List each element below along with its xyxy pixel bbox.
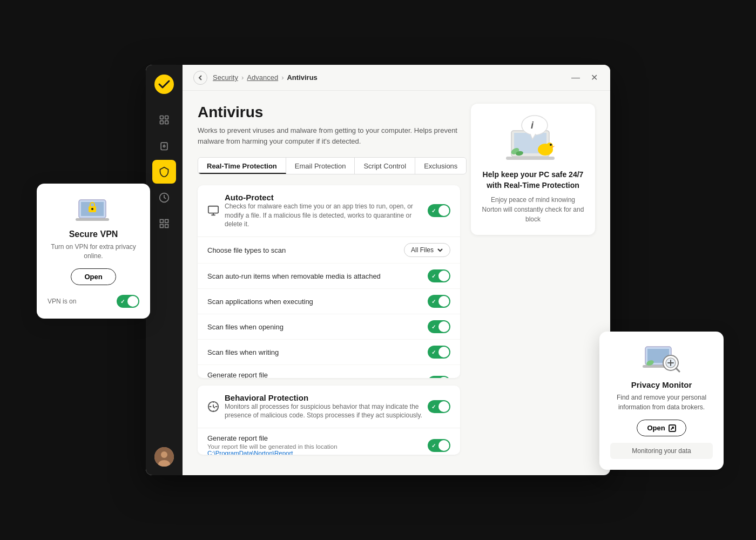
title-bar: Security › Advanced › Antivirus — ✕ (183, 65, 610, 91)
scan-writing-toggle[interactable]: ✓ (428, 346, 450, 359)
page-title: Antivirus (198, 104, 460, 121)
behavioral-toggle[interactable]: ✓ (428, 400, 450, 413)
scan-autorun-toggle[interactable]: ✓ (428, 269, 450, 282)
report-file-label: Generate report file (207, 371, 428, 378)
tab-script-control[interactable]: Script Control (355, 158, 415, 174)
breadcrumb-security[interactable]: Security (213, 73, 238, 82)
privacy-desc: Find and remove your personal informatio… (610, 393, 713, 412)
auto-protect-text: Auto-Protect Checks for malware each tim… (225, 193, 428, 229)
avatar-image (154, 447, 174, 467)
svg-point-6 (163, 145, 165, 147)
left-panel: Antivirus Works to prevent viruses and m… (198, 104, 460, 462)
scan-autorun-row: Scan auto-run items when removable media… (198, 264, 460, 289)
svg-point-21 (522, 116, 548, 135)
privacy-icon (643, 342, 680, 375)
scan-opening-label: Scan files when opening (207, 323, 284, 331)
main-content: Security › Advanced › Antivirus — ✕ Anti… (183, 65, 610, 475)
auto-protect-title: Auto-Protect (225, 193, 428, 202)
svg-point-25 (550, 144, 552, 146)
auto-protect-desc: Checks for malware each time you or an a… (225, 202, 428, 229)
minimize-button[interactable]: — (570, 72, 581, 83)
vpn-toggle[interactable]: ✓ (117, 295, 139, 308)
auto-protect-icon (207, 205, 219, 217)
svg-rect-4 (165, 121, 168, 124)
sidebar-item-more[interactable] (152, 212, 176, 235)
behavioral-report-link[interactable]: C:\ProgramData\Norton\Report (207, 450, 428, 455)
behavioral-desc: Monitors all processes for suspicious be… (225, 402, 428, 421)
report-file-left: Generate report file Your report file wi… (207, 371, 428, 378)
back-button[interactable] (193, 71, 207, 85)
auto-protect-section: Auto-Protect Checks for malware each tim… (198, 185, 460, 378)
behavioral-header-left: Behavioral Protection Monitors all proce… (207, 393, 428, 421)
behavioral-report-row: Generate report file Your report file wi… (198, 428, 460, 455)
vpn-icon (75, 194, 112, 224)
user-avatar[interactable] (154, 447, 174, 467)
vpn-title: Secure VPN (69, 230, 118, 239)
scan-writing-row: Scan files when writing ✓ (198, 340, 460, 365)
svg-rect-2 (165, 116, 168, 119)
behavioral-title: Behavioral Protection (225, 393, 428, 402)
vpn-status-row: VPN is on ✓ (48, 295, 139, 308)
vpn-desc: Turn on VPN for extra privacy online. (48, 242, 139, 261)
scan-opening-toggle[interactable]: ✓ (428, 320, 450, 333)
scan-apps-row: Scan applications when executing ✓ (198, 289, 460, 314)
close-button[interactable]: ✕ (589, 72, 599, 83)
vpn-open-button[interactable]: Open (71, 268, 116, 285)
svg-rect-10 (165, 220, 168, 223)
right-panel: i Help keep your PC safe (471, 104, 595, 462)
file-types-value: All Files (411, 246, 434, 254)
promo-card: i Help keep your PC safe (471, 104, 595, 235)
breadcrumb-advanced[interactable]: Advanced (247, 73, 278, 82)
behavioral-header: Behavioral Protection Monitors all proce… (198, 386, 460, 429)
svg-rect-5 (161, 143, 167, 150)
report-file-toggle[interactable]: ✓ (428, 376, 450, 378)
behavioral-report-left: Generate report file Your report file wi… (207, 434, 428, 455)
svg-rect-11 (160, 225, 164, 228)
svg-point-24 (546, 143, 553, 149)
sidebar-item-vault[interactable] (152, 134, 176, 158)
promo-title: Help keep your PC safe 24/7 with Real-Ti… (482, 170, 584, 191)
behavioral-section: Behavioral Protection Monitors all proce… (198, 386, 460, 455)
svg-line-38 (676, 368, 679, 372)
sidebar-item-dashboard[interactable] (152, 108, 176, 132)
breadcrumb-sep-2: › (281, 73, 284, 82)
behavioral-text: Behavioral Protection Monitors all proce… (225, 393, 428, 421)
sidebar-item-performance[interactable] (152, 186, 176, 210)
tab-real-time-protection[interactable]: Real-Time Protection (198, 158, 286, 174)
page-description: Works to prevent viruses and malware fro… (198, 125, 460, 146)
promo-desc: Enjoy peace of mind knowing Norton will … (482, 195, 584, 224)
behavioral-icon (207, 401, 219, 413)
svg-point-14 (161, 451, 167, 458)
report-file-row: Generate report file Your report file wi… (198, 365, 460, 378)
window-controls: — ✕ (570, 72, 599, 83)
app-logo (153, 73, 175, 95)
svg-point-32 (91, 208, 93, 210)
svg-rect-16 (208, 206, 218, 213)
page-content: Antivirus Works to prevent viruses and m… (183, 91, 610, 475)
behavioral-report-label: Generate report file (207, 434, 428, 442)
privacy-open-button[interactable]: Open (637, 420, 686, 436)
scan-apps-label: Scan applications when executing (207, 298, 313, 306)
scan-apps-toggle[interactable]: ✓ (428, 295, 450, 308)
vpn-status-label: VPN is on (48, 298, 76, 305)
auto-protect-header-left: Auto-Protect Checks for malware each tim… (207, 193, 428, 229)
tab-email-protection[interactable]: Email Protection (286, 158, 355, 174)
privacy-monitor-card: Privacy Monitor Find and remove your per… (599, 332, 724, 470)
file-types-row: Choose file types to scan All Files (198, 237, 460, 264)
auto-protect-toggle[interactable]: ✓ (428, 204, 450, 217)
scan-writing-label: Scan files when writing (207, 348, 279, 356)
tab-exclusions[interactable]: Exclusions (415, 158, 466, 174)
behavioral-report-toggle[interactable]: ✓ (428, 439, 450, 452)
sidebar-item-protection[interactable] (152, 160, 176, 184)
file-types-label: Choose file types to scan (207, 246, 286, 254)
tabs-container: Real-Time Protection Email Protection Sc… (198, 157, 467, 174)
svg-point-0 (154, 75, 174, 94)
svg-rect-1 (160, 116, 164, 119)
privacy-status: Monitoring your data (610, 443, 713, 459)
file-types-select[interactable]: All Files (404, 243, 450, 257)
scan-autorun-label: Scan auto-run items when removable media… (207, 272, 381, 280)
breadcrumb-current: Antivirus (287, 73, 317, 82)
promo-illustration: i (503, 114, 563, 163)
behavioral-report-sublabel: Your report file will be generated in th… (207, 443, 428, 450)
vpn-popup: Secure VPN Turn on VPN for extra privacy… (37, 184, 150, 319)
